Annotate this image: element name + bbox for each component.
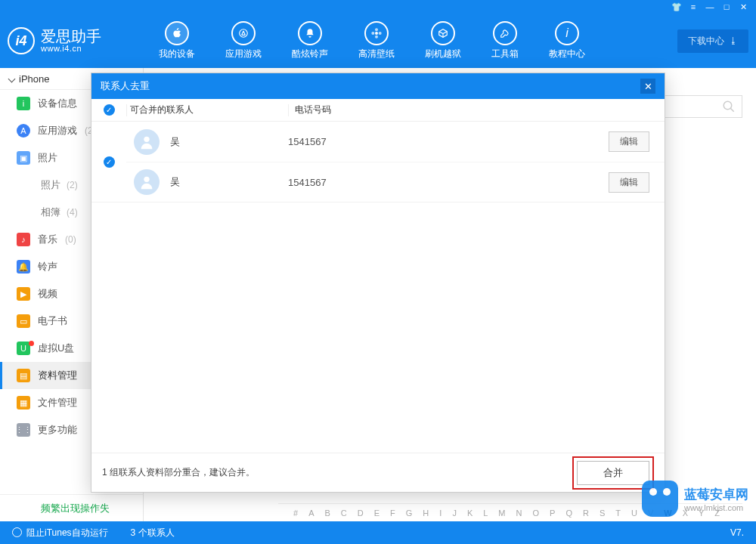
data-icon: ▤ xyxy=(17,369,30,382)
nav-label: 刷机越狱 xyxy=(425,48,461,60)
alpha-letter[interactable]: P xyxy=(550,508,555,518)
alpha-letter[interactable]: J xyxy=(452,508,457,518)
alpha-letter[interactable]: U xyxy=(631,508,637,518)
watermark-url: www.lmkjst.com xyxy=(684,503,748,512)
close-window-icon[interactable]: ✕ xyxy=(738,2,748,12)
sidebar-label: 相簿 xyxy=(41,206,60,219)
alpha-letter[interactable]: G xyxy=(406,508,413,518)
main-nav: 我的设备 应用游戏 酷炫铃声 高清壁纸 刷机越狱 工具箱 xyxy=(159,21,677,60)
alpha-letter[interactable]: S xyxy=(600,508,605,518)
alpha-letter[interactable]: T xyxy=(615,508,621,518)
select-all-checkbox[interactable]: ✓ xyxy=(104,104,115,116)
nav-label: 工具箱 xyxy=(491,48,519,60)
sidebar-label: 应用游戏 xyxy=(38,124,77,138)
notification-dot-icon xyxy=(29,341,34,346)
sidebar-label: 更多功能 xyxy=(38,423,77,437)
nav-apps-games[interactable]: 应用游戏 xyxy=(225,21,262,60)
alpha-letter[interactable]: B xyxy=(324,508,330,518)
svg-point-4 xyxy=(371,32,374,35)
group-checkbox[interactable]: ✓ xyxy=(104,156,115,168)
nav-label: 酷炫铃声 xyxy=(292,48,328,60)
chevron-down-icon xyxy=(8,75,16,82)
avatar-icon xyxy=(134,129,160,155)
apple-icon xyxy=(165,21,189,45)
flower-icon xyxy=(364,21,389,45)
nav-tutorials[interactable]: i 教程中心 xyxy=(549,21,585,60)
edit-contact-button[interactable]: 编辑 xyxy=(609,172,649,193)
logo-mark-icon: i4 xyxy=(8,27,35,54)
alpha-letter[interactable]: N xyxy=(516,508,522,518)
avatar-icon xyxy=(134,169,160,195)
sidebar-label: 设备信息 xyxy=(38,97,77,110)
grid-icon: ⋮⋮ xyxy=(17,423,30,437)
appstore-icon xyxy=(231,21,256,45)
svg-point-1 xyxy=(375,32,378,35)
nav-ringtones[interactable]: 酷炫铃声 xyxy=(292,21,328,60)
status-itunes-toggle[interactable]: 阻止iTunes自动运行 xyxy=(12,527,108,539)
svg-line-7 xyxy=(730,108,734,112)
contact-group: ✓ 吴 1541567 编辑 吴 1541567 编辑 xyxy=(91,122,665,202)
alpha-letter[interactable]: E xyxy=(374,508,380,518)
sidebar-item-frequent-error[interactable]: 频繁出现操作失 xyxy=(0,494,143,521)
contact-phone: 1541567 xyxy=(288,177,609,188)
brand-name-en: www.i4.cn xyxy=(41,44,101,53)
svg-point-0 xyxy=(240,29,248,38)
watermark-title: 蓝莓安卓网 xyxy=(684,486,748,503)
alpha-letter[interactable]: D xyxy=(358,508,364,518)
sidebar-label: 视频 xyxy=(38,287,57,301)
nav-label: 教程中心 xyxy=(549,48,585,60)
download-center-button[interactable]: 下载中心 ⭳ xyxy=(677,29,748,53)
info-icon: i xyxy=(555,21,579,45)
alpha-letter[interactable]: C xyxy=(341,508,347,518)
edit-contact-button[interactable]: 编辑 xyxy=(609,131,649,152)
download-icon: ⭳ xyxy=(729,36,738,46)
maximize-icon[interactable]: □ xyxy=(721,2,732,12)
bell-small-icon: 🔔 xyxy=(17,260,30,274)
alpha-letter[interactable]: I xyxy=(439,508,442,518)
sidebar-label: 照片 xyxy=(41,178,60,192)
contact-name: 吴 xyxy=(160,175,288,189)
merge-button[interactable]: 合并 xyxy=(577,461,649,485)
sidebar-count: (0) xyxy=(65,234,76,245)
download-center-label: 下载中心 xyxy=(688,35,724,48)
sidebar-label: 电子书 xyxy=(38,314,67,328)
nav-my-device[interactable]: 我的设备 xyxy=(159,21,195,60)
sidebar-label: 文件管理 xyxy=(38,396,77,410)
alpha-letter[interactable]: M xyxy=(498,508,505,518)
alpha-letter[interactable]: Q xyxy=(565,508,572,518)
alpha-letter[interactable]: R xyxy=(583,508,589,518)
alpha-letter[interactable]: F xyxy=(390,508,395,518)
menu-icon[interactable]: ≡ xyxy=(688,2,699,12)
folder-icon: ▦ xyxy=(17,396,30,410)
alpha-letter[interactable]: # xyxy=(293,508,298,518)
modal-body: ✓ 吴 1541567 编辑 吴 1541567 编辑 xyxy=(91,122,665,453)
modal-column-headers: ✓ 可合并的联系人 电话号码 xyxy=(91,99,665,122)
watermark: 蓝莓安卓网 www.lmkjst.com xyxy=(642,481,748,517)
photos-icon: ▣ xyxy=(17,151,30,165)
watermark-robot-icon xyxy=(642,481,678,517)
minimize-icon[interactable]: — xyxy=(705,2,715,12)
nav-flash-jailbreak[interactable]: 刷机越狱 xyxy=(425,21,461,60)
footer-message: 1 组联系人资料部分重合，建议合并。 xyxy=(102,466,255,479)
nav-wallpapers[interactable]: 高清壁纸 xyxy=(358,21,395,60)
modal-close-button[interactable]: ✕ xyxy=(640,79,655,94)
alpha-letter[interactable]: K xyxy=(467,508,472,518)
alpha-letter[interactable]: H xyxy=(423,508,429,518)
modal-title: 联系人去重 xyxy=(101,79,150,93)
sidebar-label: 频繁出现操作失 xyxy=(41,502,110,515)
dedupe-modal: 联系人去重 ✕ ✓ 可合并的联系人 电话号码 ✓ 吴 1541567 编辑 xyxy=(91,73,665,493)
alpha-letter[interactable]: L xyxy=(483,508,488,518)
nav-toolbox[interactable]: 工具箱 xyxy=(491,21,519,60)
radio-icon xyxy=(12,527,22,537)
title-bar: 👕 ≡ — □ ✕ xyxy=(0,0,756,14)
modal-header: 联系人去重 ✕ xyxy=(91,73,665,99)
sidebar-label: 资料管理 xyxy=(38,369,77,382)
tshirt-icon[interactable]: 👕 xyxy=(671,2,682,12)
sidebar-count: (2) xyxy=(67,180,78,190)
alpha-letter[interactable]: A xyxy=(308,508,314,518)
modal-footer: 1 组联系人资料部分重合，建议合并。 合并 xyxy=(91,453,665,492)
alpha-letter[interactable]: O xyxy=(532,508,539,518)
device-name: iPhone xyxy=(19,73,49,85)
bell-icon xyxy=(298,21,322,45)
sidebar-label: 铃声 xyxy=(38,260,57,274)
